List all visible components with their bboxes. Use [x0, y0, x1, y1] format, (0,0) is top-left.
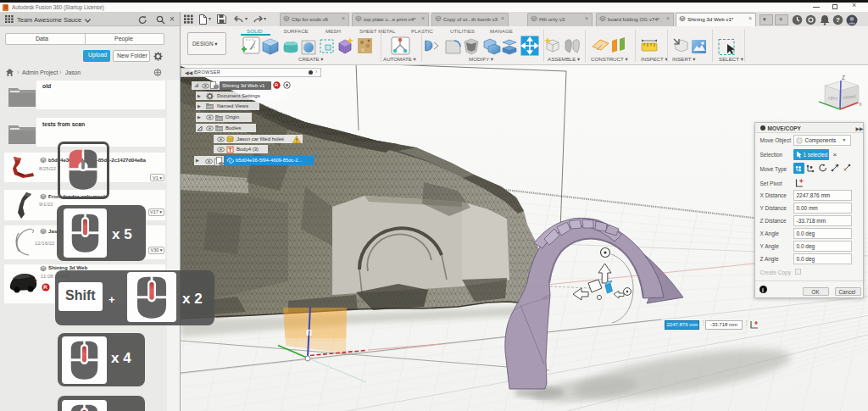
svg-text:Z: Z — [842, 75, 845, 81]
svg-text:X: X — [859, 102, 862, 107]
svg-text:?: ? — [836, 16, 840, 24]
